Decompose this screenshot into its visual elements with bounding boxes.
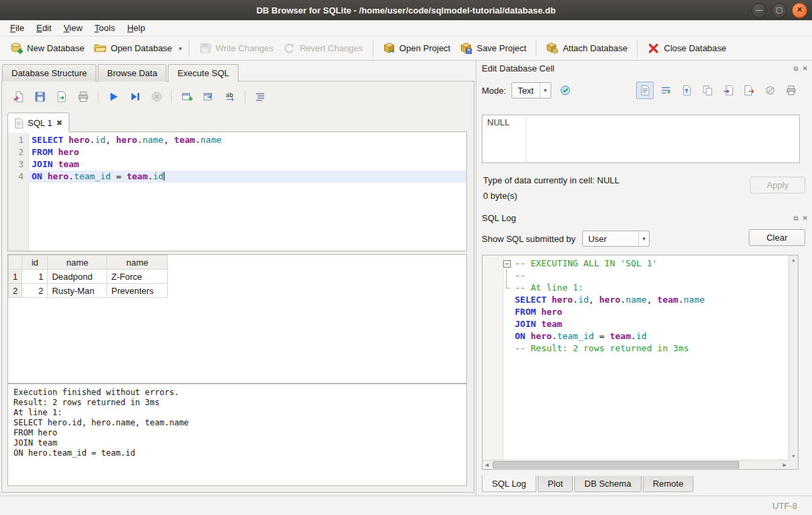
auto-switch-mode-button[interactable] bbox=[557, 82, 574, 99]
code-line[interactable]: 7ON hero.team_id = team.id bbox=[482, 330, 789, 342]
menu-tools[interactable]: Tools bbox=[88, 21, 121, 35]
code-line[interactable]: 6JOIN team bbox=[482, 318, 789, 330]
code-line[interactable]: 1SELECT hero.id, hero.name, team.name bbox=[8, 134, 466, 146]
menu-edit[interactable]: Edit bbox=[30, 21, 57, 35]
results-cell[interactable]: 2 bbox=[22, 284, 48, 298]
clear-log-button[interactable]: Clear bbox=[749, 229, 805, 246]
format-sql-button[interactable] bbox=[251, 87, 270, 106]
fold-marker-icon[interactable] bbox=[503, 258, 511, 270]
sql-editor[interactable]: 1SELECT hero.id, hero.name, team.name2FR… bbox=[7, 131, 467, 251]
results-cell[interactable]: Deadpond bbox=[48, 270, 107, 284]
close-button[interactable]: ✕ bbox=[792, 3, 807, 18]
code-line[interactable]: 3JOIN team bbox=[8, 158, 466, 171]
save-sql-as-button[interactable] bbox=[52, 87, 71, 106]
attach-database-button[interactable]: Attach Database bbox=[541, 39, 632, 57]
text-mode-button[interactable] bbox=[636, 82, 654, 99]
results-cell[interactable]: 1 bbox=[22, 270, 48, 284]
scroll-down-icon[interactable]: ▼ bbox=[789, 452, 798, 460]
sql-editor-tab[interactable]: SQL 1 ✖ bbox=[7, 113, 69, 133]
results-row-header[interactable]: 2 bbox=[9, 284, 22, 298]
maximize-button[interactable]: ▢ bbox=[772, 3, 787, 18]
scroll-up-icon[interactable]: ▲ bbox=[789, 255, 798, 264]
word-wrap-button[interactable] bbox=[657, 82, 675, 99]
sql-log-float-icon[interactable]: ⧉ bbox=[793, 214, 798, 222]
new-database-button[interactable]: New Database bbox=[5, 39, 89, 57]
edit-cell-close-icon[interactable]: ✕ bbox=[803, 65, 808, 72]
write-changes-button[interactable]: Write Changes bbox=[194, 39, 278, 57]
tab-execute-sql[interactable]: Execute SQL bbox=[168, 64, 239, 82]
execute-line-icon bbox=[129, 90, 142, 103]
results-cell[interactable]: Rusty-Man bbox=[48, 284, 107, 298]
close-database-button[interactable]: Close Database bbox=[642, 39, 731, 57]
print-cell-button[interactable] bbox=[782, 82, 800, 99]
code-line[interactable]: 4SELECT hero.id, hero.name, team.name bbox=[482, 294, 789, 306]
results-cell[interactable]: Preventers bbox=[107, 284, 168, 298]
menu-file[interactable]: File bbox=[4, 21, 30, 35]
code-line[interactable]: 5FROM hero bbox=[482, 306, 789, 318]
tab-browse-data[interactable]: Browse Data bbox=[98, 64, 166, 82]
sql-tab-close-icon[interactable]: ✖ bbox=[56, 119, 62, 127]
open-project-button[interactable]: Open Project bbox=[378, 39, 456, 57]
results-corner-cell[interactable] bbox=[9, 255, 22, 270]
open-sql-tab-button[interactable] bbox=[199, 87, 218, 106]
sql-log-panel: 1-- EXECUTING ALL IN 'SQL 1'2--3-- At li… bbox=[482, 255, 799, 470]
copy-cell-button[interactable] bbox=[699, 82, 716, 99]
new-sql-tab-button[interactable] bbox=[177, 87, 196, 106]
find-replace-button[interactable]: ab bbox=[220, 87, 239, 106]
line-number: 4 bbox=[8, 171, 28, 183]
execution-message: Execution finished without errors. Resul… bbox=[7, 384, 467, 486]
code-line[interactable]: 9 bbox=[482, 355, 789, 367]
open-project-icon bbox=[383, 42, 396, 55]
scrollbar-thumb[interactable] bbox=[493, 461, 739, 468]
stop-execution-button[interactable] bbox=[147, 87, 166, 106]
code-line[interactable]: 8-- Result: 2 rows returned in 3ms bbox=[482, 342, 789, 355]
cell-editor[interactable]: NULL bbox=[482, 115, 800, 163]
edit-cell-float-icon[interactable]: ⧉ bbox=[793, 65, 798, 73]
code-line[interactable]: 3-- At line 1: bbox=[482, 282, 789, 294]
import-cell-button[interactable] bbox=[720, 82, 737, 99]
scroll-right-icon[interactable]: ▶ bbox=[780, 460, 789, 469]
print-sql-button[interactable] bbox=[73, 87, 92, 106]
menu-view[interactable]: View bbox=[57, 21, 88, 35]
open-database-dropdown[interactable]: ▾ bbox=[177, 42, 184, 55]
results-table[interactable]: idnamename11DeadpondZ-Force22Rusty-ManPr… bbox=[8, 255, 168, 298]
code-line[interactable]: 1-- EXECUTING ALL IN 'SQL 1' bbox=[482, 258, 789, 270]
open-database-button[interactable]: Open Database bbox=[89, 39, 177, 57]
results-column-header[interactable]: name bbox=[107, 255, 168, 270]
code-line[interactable]: 2-- bbox=[482, 270, 789, 282]
scroll-left-icon[interactable]: ◀ bbox=[482, 460, 491, 469]
horizontal-scrollbar[interactable]: ◀ ▶ bbox=[482, 460, 789, 469]
set-null-button[interactable] bbox=[761, 82, 779, 99]
open-sql-file-button[interactable] bbox=[9, 87, 28, 106]
sql-log-close-icon[interactable]: ✕ bbox=[803, 214, 808, 222]
results-row-header[interactable]: 1 bbox=[9, 270, 22, 284]
sql-editor-code[interactable]: 1SELECT hero.id, hero.name, team.name2FR… bbox=[8, 132, 466, 183]
code-line[interactable]: 4ON hero.team_id = team.id bbox=[8, 171, 466, 183]
close-database-icon bbox=[647, 42, 660, 55]
results-column-header[interactable]: name bbox=[48, 255, 107, 270]
open-cell-file-button[interactable] bbox=[678, 82, 695, 99]
tab-sql-log[interactable]: SQL Log bbox=[482, 475, 536, 492]
save-project-button[interactable]: Save Project bbox=[455, 39, 531, 57]
execute-line-button[interactable] bbox=[125, 87, 144, 106]
fold-marker-icon bbox=[503, 294, 511, 306]
mode-select[interactable]: Text ▾ bbox=[511, 82, 551, 98]
revert-changes-button[interactable]: Revert Changes bbox=[278, 39, 368, 57]
export-cell-button[interactable] bbox=[741, 82, 758, 99]
execute-all-button[interactable] bbox=[104, 87, 123, 106]
tab-database-structure[interactable]: Database Structure bbox=[2, 64, 96, 82]
tab-remote[interactable]: Remote bbox=[643, 476, 694, 492]
vertical-scrollbar[interactable]: ▲ ▼ bbox=[788, 255, 798, 460]
titlebar: DB Browser for SQLite - /home/user/code/… bbox=[0, 0, 812, 21]
code-line[interactable]: 2FROM hero bbox=[8, 146, 466, 158]
tab-plot[interactable]: Plot bbox=[538, 476, 573, 492]
menu-help[interactable]: Help bbox=[121, 21, 152, 35]
minimize-button[interactable]: — bbox=[751, 3, 767, 18]
tab-db-schema[interactable]: DB Schema bbox=[574, 476, 641, 492]
results-cell[interactable]: Z-Force bbox=[107, 270, 168, 284]
bottom-tabbar: SQL Log Plot DB Schema Remote bbox=[482, 476, 695, 492]
apply-button[interactable]: Apply bbox=[750, 177, 805, 193]
filter-select[interactable]: User ▾ bbox=[582, 231, 650, 247]
results-column-header[interactable]: id bbox=[22, 255, 48, 270]
save-sql-file-button[interactable] bbox=[30, 87, 49, 106]
